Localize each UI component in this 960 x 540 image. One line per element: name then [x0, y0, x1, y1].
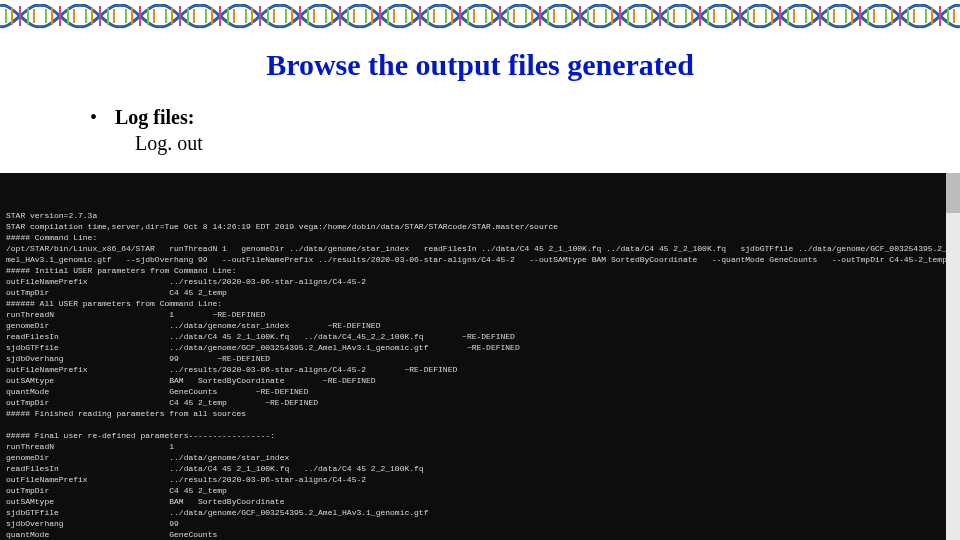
- dna-helix-icon: [440, 0, 480, 32]
- bullet-log-files: • Log files:: [90, 104, 960, 130]
- dna-helix-icon: [480, 0, 520, 32]
- bullet-sub-logout: Log. out: [135, 132, 960, 155]
- dna-helix-icon: [320, 0, 360, 32]
- dna-helix-icon: [600, 0, 640, 32]
- dna-helix-icon: [880, 0, 920, 32]
- dna-helix-icon: [400, 0, 440, 32]
- terminal-container: ▴ ▾ STAR version=2.7.3a STAR compilation…: [0, 173, 960, 540]
- scrollbar[interactable]: ▴ ▾: [946, 173, 960, 540]
- dna-helix-icon: [680, 0, 720, 32]
- dna-helix-icon: [360, 0, 400, 32]
- dna-helix-icon: [800, 0, 840, 32]
- dna-helix-icon: [760, 0, 800, 32]
- dna-helix-icon: [40, 0, 80, 32]
- dna-helix-icon: [240, 0, 280, 32]
- terminal-lines: STAR version=2.7.3a STAR compilation tim…: [6, 210, 954, 540]
- dna-helix-icon: [0, 0, 40, 32]
- bullet-dot-icon: •: [90, 104, 110, 130]
- dna-helix-icon: [120, 0, 160, 32]
- dna-helix-icon: [560, 0, 600, 32]
- dna-helix-icon: [520, 0, 560, 32]
- dna-helix-icon: [640, 0, 680, 32]
- dna-helix-icon: [80, 0, 120, 32]
- bullet-label: Log files:: [115, 106, 194, 128]
- dna-helix-icon: [280, 0, 320, 32]
- scroll-thumb[interactable]: [946, 173, 960, 213]
- dna-helix-icon: [840, 0, 880, 32]
- dna-helix-icon: [160, 0, 200, 32]
- terminal-output: ▴ ▾ STAR version=2.7.3a STAR compilation…: [0, 173, 960, 540]
- page-title: Browse the output files generated: [0, 48, 960, 82]
- dna-helix-icon: [720, 0, 760, 32]
- dna-banner: // handled after data-bind script below: [0, 0, 960, 32]
- dna-helix-icon: [200, 0, 240, 32]
- dna-helix-icon: [920, 0, 960, 32]
